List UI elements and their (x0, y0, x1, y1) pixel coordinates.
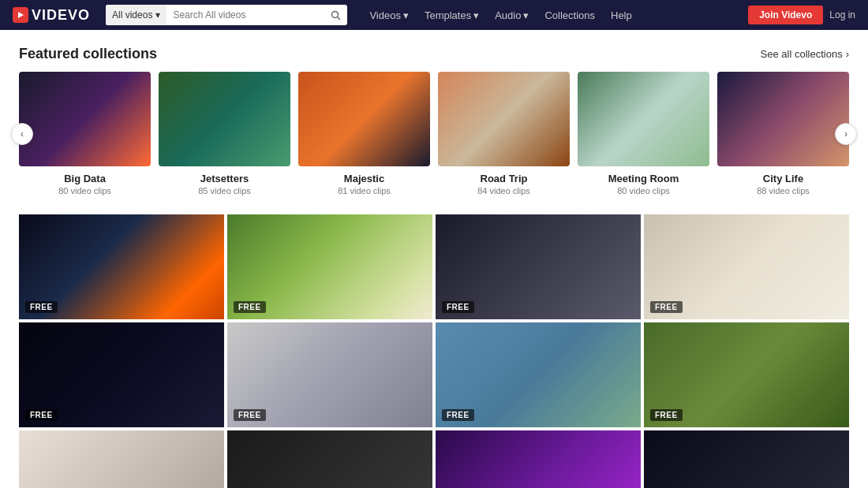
collection-name: Majestic (298, 173, 430, 184)
video-card[interactable]: FREE (19, 430, 224, 488)
search-dropdown[interactable]: All videos ▾ (106, 5, 166, 25)
main-content: Featured collections See all collections… (0, 30, 868, 488)
video-card[interactable]: FREE (644, 322, 849, 427)
collection-count: 84 video clips (438, 186, 570, 196)
video-card[interactable]: FREE (227, 214, 432, 319)
video-card[interactable] (227, 430, 432, 488)
nav-item-audio[interactable]: Audio ▾ (488, 6, 535, 24)
collection-count: 85 video clips (159, 186, 290, 196)
chevron-down-icon: ▾ (155, 9, 160, 20)
collection-thumb (717, 72, 849, 166)
video-grid: FREEFREEFREEFREEFREEFREEFREEFREEFREEFREE (19, 214, 849, 488)
collection-thumb (578, 72, 709, 166)
svg-marker-0 (18, 12, 24, 18)
login-button[interactable]: Log in (829, 9, 855, 20)
collection-name: Jetsetters (159, 173, 290, 184)
collection-thumb (438, 72, 570, 166)
video-thumbnail (19, 430, 224, 488)
free-badge: FREE (442, 301, 474, 313)
video-card[interactable] (644, 430, 849, 488)
featured-collections-title: Featured collections (19, 46, 157, 62)
video-thumbnail (644, 430, 849, 488)
free-badge: FREE (442, 409, 474, 421)
collection-item[interactable]: Big Data80 video clips (19, 72, 151, 196)
search-dropdown-label: All videos (112, 9, 152, 20)
svg-line-2 (338, 17, 341, 20)
chevron-right-icon: › (846, 48, 849, 60)
collection-thumb (159, 72, 290, 166)
collection-count: 88 video clips (717, 186, 849, 196)
video-card[interactable]: FREE (436, 322, 641, 427)
chevron-down-icon: ▾ (523, 9, 529, 21)
video-card[interactable]: FREE (19, 322, 224, 427)
video-card[interactable]: FREE (436, 430, 641, 488)
free-badge: FREE (25, 409, 58, 421)
free-badge: FREE (25, 301, 58, 313)
collection-count: 80 video clips (19, 186, 151, 196)
free-badge: FREE (234, 301, 266, 313)
search-button[interactable] (324, 5, 347, 25)
collection-count: 81 video clips (298, 186, 430, 196)
logo-text: VIDEVO (32, 7, 90, 24)
collection-name: Road Trip (438, 173, 570, 184)
collection-item[interactable]: Road Trip84 video clips (438, 72, 570, 196)
collection-item[interactable]: Meeting Room80 video clips (578, 72, 709, 196)
collection-item[interactable]: Jetsetters85 video clips (159, 72, 290, 196)
featured-collections-header: Featured collections See all collections… (19, 46, 849, 62)
search-icon (331, 10, 341, 20)
collection-name: City Life (717, 173, 849, 184)
chevron-left-icon: ‹ (21, 129, 24, 140)
collection-thumb (19, 72, 151, 166)
main-nav: Videos ▾ Templates ▾ Audio ▾ Collections… (363, 6, 638, 24)
collection-item[interactable]: City Life88 video clips (717, 72, 849, 196)
video-card[interactable]: FREE (436, 214, 641, 319)
video-card[interactable]: FREE (19, 214, 224, 319)
join-button[interactable]: Join Videvo (748, 6, 823, 24)
see-all-collections-link[interactable]: See all collections › (761, 48, 849, 60)
free-badge: FREE (650, 409, 683, 421)
video-thumbnail (227, 430, 432, 488)
collection-item[interactable]: Majestic81 video clips (298, 72, 430, 196)
chevron-down-icon: ▾ (403, 9, 409, 21)
collection-count: 80 video clips (578, 186, 709, 196)
collection-name: Big Data (19, 173, 151, 184)
nav-item-videos[interactable]: Videos ▾ (363, 6, 415, 24)
nav-item-templates[interactable]: Templates ▾ (418, 6, 485, 24)
video-card[interactable]: FREE (227, 322, 432, 427)
collections-list: Big Data80 video clipsJetsetters85 video… (19, 72, 849, 196)
video-thumbnail (436, 430, 641, 488)
search-bar: All videos ▾ (106, 5, 347, 25)
video-card[interactable]: FREE (644, 214, 849, 319)
nav-item-collections[interactable]: Collections (538, 6, 601, 24)
svg-point-1 (332, 11, 339, 17)
chevron-down-icon: ▾ (473, 9, 479, 21)
nav-item-help[interactable]: Help (604, 6, 638, 24)
collection-name: Meeting Room (578, 173, 709, 184)
free-badge: FREE (234, 409, 266, 421)
logo[interactable]: VIDEVO (13, 7, 90, 24)
collections-carousel: ‹ Big Data80 video clipsJetsetters85 vid… (19, 72, 849, 196)
carousel-next-button[interactable]: › (835, 123, 857, 145)
carousel-prev-button[interactable]: ‹ (11, 123, 33, 145)
header-right: Join Videvo Log in (748, 6, 855, 24)
chevron-right-icon: › (844, 129, 847, 140)
logo-play-icon (13, 7, 28, 23)
header: VIDEVO All videos ▾ Videos ▾ Templates ▾… (0, 0, 868, 30)
free-badge: FREE (650, 301, 683, 313)
collection-thumb (298, 72, 430, 166)
search-input[interactable] (166, 5, 324, 25)
